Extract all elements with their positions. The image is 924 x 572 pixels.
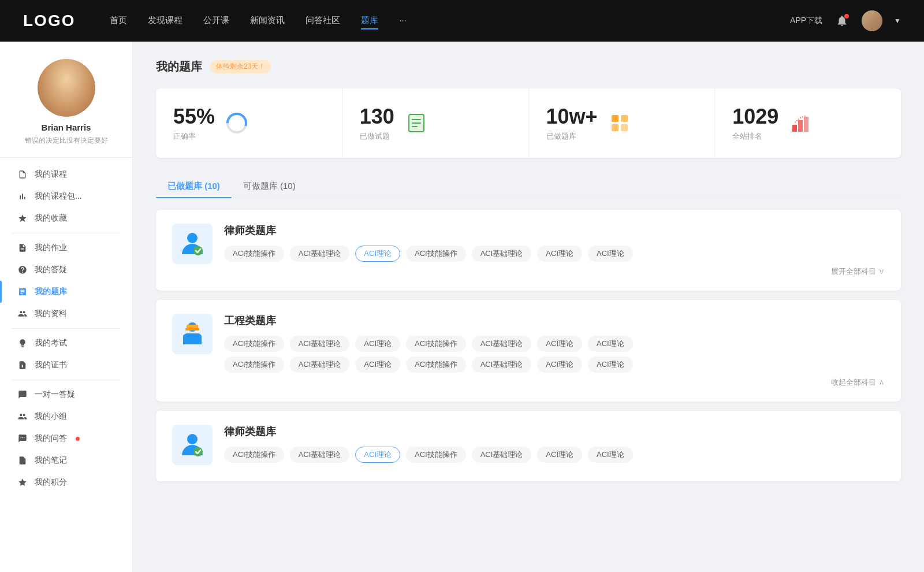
stat-done-banks: 10w+ 已做题库 bbox=[529, 88, 716, 158]
logo[interactable]: LOGO bbox=[23, 12, 75, 30]
nav-open-course[interactable]: 公开课 bbox=[203, 13, 229, 29]
svg-rect-8 bbox=[621, 115, 628, 122]
law2-tag-2[interactable]: ACI基础理论 bbox=[290, 447, 350, 463]
file-icon bbox=[17, 169, 28, 180]
doc-icon bbox=[17, 338, 28, 348]
sidebar-item-points[interactable]: 我的积分 bbox=[0, 471, 132, 493]
grid-yellow-icon bbox=[607, 110, 632, 136]
collapse-btn-engineer[interactable]: 收起全部科目 ∧ bbox=[224, 377, 885, 388]
eng-tag-r2-5[interactable]: ACI基础理论 bbox=[472, 356, 532, 373]
sidebar-item-favorites[interactable]: 我的收藏 bbox=[0, 207, 132, 229]
sidebar-item-label: 我的证书 bbox=[35, 360, 67, 370]
sidebar-item-certificate[interactable]: 我的证书 bbox=[0, 354, 132, 376]
law2-tag-4[interactable]: ACI技能操作 bbox=[406, 447, 466, 463]
sidebar-item-course[interactable]: 我的课程 bbox=[0, 164, 132, 185]
eng-tag-7[interactable]: ACI理论 bbox=[588, 336, 633, 352]
stat-label-accuracy: 正确率 bbox=[173, 131, 215, 142]
sidebar: Brian Harris 错误的决定比没有决定要好 我的课程 我的课程包... bbox=[0, 42, 133, 572]
svg-rect-10 bbox=[621, 124, 628, 131]
eng-tag-5[interactable]: ACI基础理论 bbox=[472, 336, 532, 352]
sidebar-item-notes[interactable]: 我的笔记 bbox=[0, 450, 132, 471]
stat-value-rank: 1029 bbox=[732, 105, 778, 129]
svg-rect-9 bbox=[612, 124, 619, 131]
svg-point-19 bbox=[187, 434, 198, 444]
law2-tag-5[interactable]: ACI基础理论 bbox=[472, 447, 532, 463]
profile-section: Brian Harris 错误的决定比没有决定要好 bbox=[0, 59, 132, 158]
svg-rect-11 bbox=[792, 125, 797, 132]
tab-done-banks[interactable]: 已做题库 (10) bbox=[156, 175, 232, 198]
app-download-btn[interactable]: APP下载 bbox=[790, 16, 822, 26]
law2-tag-3-active[interactable]: ACI理论 bbox=[355, 447, 400, 463]
tag-4[interactable]: ACI技能操作 bbox=[406, 246, 466, 262]
eng-tag-r2-7[interactable]: ACI理论 bbox=[588, 356, 633, 373]
stat-done-questions: 130 已做试题 bbox=[342, 88, 529, 158]
tag-7[interactable]: ACI理论 bbox=[588, 246, 633, 262]
expand-btn-lawyer-1[interactable]: 展开全部科目 ∨ bbox=[224, 266, 885, 277]
sidebar-item-exam[interactable]: 我的考试 bbox=[0, 332, 132, 354]
bank-name-lawyer-1: 律师类题库 bbox=[224, 224, 885, 237]
eng-tag-1[interactable]: ACI技能操作 bbox=[224, 336, 284, 352]
eng-tag-3[interactable]: ACI理论 bbox=[355, 336, 400, 352]
svg-rect-18 bbox=[185, 328, 199, 330]
tags-row-lawyer-2: ACI技能操作 ACI基础理论 ACI理论 ACI技能操作 ACI基础理论 AC… bbox=[224, 447, 885, 463]
nav-qa[interactable]: 问答社区 bbox=[305, 13, 340, 29]
bank-info-engineer: 工程类题库 ACI技能操作 ACI基础理论 ACI理论 ACI技能操作 ACI基… bbox=[224, 314, 885, 388]
sidebar-item-group[interactable]: 我的小组 bbox=[0, 406, 132, 428]
sidebar-item-one-on-one[interactable]: 一对一答疑 bbox=[0, 384, 132, 406]
eng-tag-2[interactable]: ACI基础理论 bbox=[290, 336, 350, 352]
nav-home[interactable]: 首页 bbox=[110, 13, 127, 29]
avatar bbox=[38, 59, 95, 117]
sidebar-item-bank[interactable]: 我的题库 bbox=[0, 281, 132, 303]
eng-tag-r2-3[interactable]: ACI理论 bbox=[355, 356, 400, 373]
tags-row-lawyer-1: ACI技能操作 ACI基础理论 ACI理论 ACI技能操作 ACI基础理论 AC… bbox=[224, 246, 885, 262]
nav-bank[interactable]: 题库 bbox=[361, 13, 378, 29]
chat-icon bbox=[17, 389, 28, 400]
sidebar-item-label: 我的收藏 bbox=[35, 213, 67, 224]
eng-tag-4[interactable]: ACI技能操作 bbox=[406, 336, 466, 352]
svg-point-14 bbox=[187, 233, 198, 243]
qa-icon bbox=[17, 433, 28, 444]
stat-label-rank: 全站排名 bbox=[732, 131, 778, 142]
sidebar-item-label: 我的课程 bbox=[35, 169, 67, 180]
bank-card-lawyer-2: 律师类题库 ACI技能操作 ACI基础理论 ACI理论 ACI技能操作 ACI基… bbox=[156, 411, 901, 481]
notification-bell[interactable] bbox=[834, 13, 850, 29]
divider-1 bbox=[12, 233, 121, 233]
stat-label-banks: 已做题库 bbox=[546, 131, 598, 142]
sidebar-item-homework[interactable]: 我的作业 bbox=[0, 237, 132, 259]
score-icon bbox=[17, 477, 28, 488]
tab-available-banks[interactable]: 可做题库 (10) bbox=[232, 175, 307, 198]
star-icon bbox=[17, 213, 28, 224]
law2-tag-6[interactable]: ACI理论 bbox=[537, 447, 582, 463]
eng-tag-6[interactable]: ACI理论 bbox=[537, 336, 582, 352]
law2-tag-1[interactable]: ACI技能操作 bbox=[224, 447, 284, 463]
svg-rect-13 bbox=[804, 117, 808, 132]
sidebar-item-my-qa[interactable]: 我的问答 bbox=[0, 428, 132, 450]
bank-name-engineer: 工程类题库 bbox=[224, 314, 885, 328]
eng-tag-r2-2[interactable]: ACI基础理论 bbox=[290, 356, 350, 373]
sidebar-item-qa-answers[interactable]: 我的答疑 bbox=[0, 259, 132, 281]
eng-tag-r2-6[interactable]: ACI理论 bbox=[537, 356, 582, 373]
tags-row-engineer-2: ACI技能操作 ACI基础理论 ACI理论 ACI技能操作 ACI基础理论 AC… bbox=[224, 356, 885, 373]
nav-news[interactable]: 新闻资讯 bbox=[250, 13, 285, 29]
user-avatar[interactable] bbox=[862, 10, 882, 31]
tag-1[interactable]: ACI技能操作 bbox=[224, 246, 284, 262]
tag-6[interactable]: ACI理论 bbox=[537, 246, 582, 262]
eng-tag-r2-4[interactable]: ACI技能操作 bbox=[406, 356, 466, 373]
sidebar-item-label: 我的考试 bbox=[35, 338, 67, 348]
eng-tag-r2-1[interactable]: ACI技能操作 bbox=[224, 356, 284, 373]
note-icon bbox=[17, 455, 28, 466]
law2-tag-7[interactable]: ACI理论 bbox=[588, 447, 633, 463]
nav-more[interactable]: ··· bbox=[399, 13, 407, 29]
nav-discover[interactable]: 发现课程 bbox=[148, 13, 182, 29]
pie-chart-icon bbox=[224, 110, 249, 136]
sidebar-item-course-package[interactable]: 我的课程包... bbox=[0, 185, 132, 207]
bar-icon bbox=[17, 191, 28, 202]
sidebar-item-profile[interactable]: 我的资料 bbox=[0, 303, 132, 325]
stat-value-accuracy: 55% bbox=[173, 105, 215, 129]
user-menu-chevron[interactable]: ▼ bbox=[894, 17, 901, 25]
tag-5[interactable]: ACI基础理论 bbox=[472, 246, 532, 262]
tag-3-active[interactable]: ACI理论 bbox=[355, 246, 400, 262]
stat-value-banks: 10w+ bbox=[546, 105, 598, 129]
qa-red-dot bbox=[76, 437, 80, 441]
tag-2[interactable]: ACI基础理论 bbox=[290, 246, 350, 262]
